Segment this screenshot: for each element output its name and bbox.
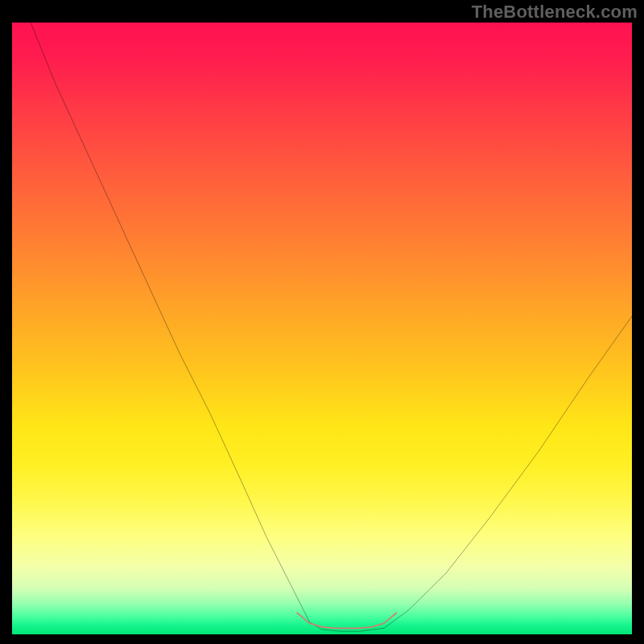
watermark-text: TheBottleneck.com	[472, 2, 638, 23]
background-gradient	[12, 23, 632, 634]
plot-area	[12, 23, 632, 634]
chart-frame: TheBottleneck.com	[0, 0, 644, 644]
